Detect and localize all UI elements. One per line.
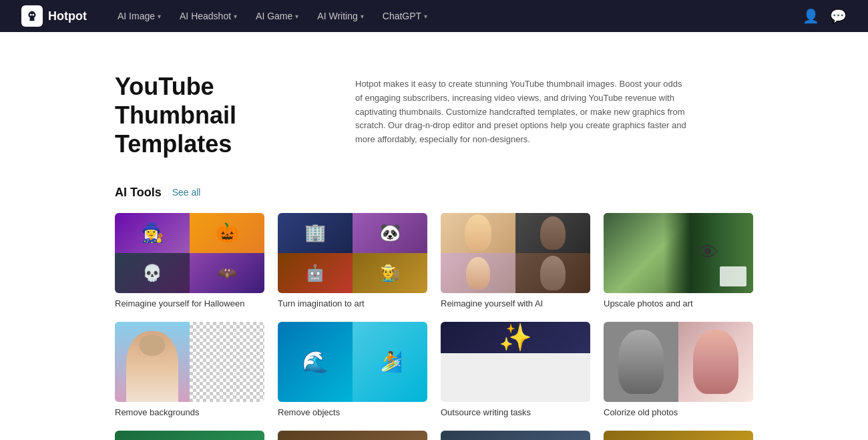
tool-img-writing: ✨ [441, 322, 590, 402]
bw-photo-right [678, 322, 753, 402]
upscale-bg: 👁 [604, 213, 753, 293]
tool-img-objects: 🌊 🏄 [278, 322, 427, 402]
wave-img-right: 🏄 [353, 322, 427, 402]
tool-label-art: Turn imagination to art [278, 298, 427, 308]
logo-icon [21, 5, 43, 27]
chevron-down-icon: ▾ [361, 13, 364, 20]
nav-item-ai-writing[interactable]: AI Writing ▾ [308, 0, 373, 32]
tool-card-art[interactable]: 🏢 🐼 🤖 👨‍🌾 Turn imagination to art [278, 213, 427, 308]
chevron-down-icon: ▾ [295, 13, 298, 20]
tool-label-upscale: Upscale photos and art [604, 298, 753, 308]
tool-label-headshots: Reimagine yourself with AI [441, 298, 590, 308]
nav-items: AI Image ▾ AI Headshot ▾ AI Game ▾ AI Wr… [108, 0, 797, 32]
tool-card-headshots[interactable]: Reimagine yourself with AI [441, 213, 590, 308]
chevron-down-icon: ▾ [424, 13, 427, 20]
tool-card-halloween[interactable]: 🧙‍♀️ 🎃 💀 🦇 Reimagine yourself for Hallow… [115, 213, 264, 308]
tool-card-colorize[interactable]: Colorize old photos [604, 322, 753, 417]
tool-label-bg-remove: Remove backgrounds [115, 407, 264, 417]
tool-card-writing[interactable]: ✨ Outsource writing tasks [441, 322, 590, 417]
nav-item-ai-game[interactable]: AI Game ▾ [246, 0, 308, 32]
hero-description: Hotpot makes it easy to create stunning … [355, 72, 689, 147]
tools-grid-bottom: 🎨 🦋 🌍 ⭐ [115, 431, 753, 440]
tool-img-partial-3: 🌍 [441, 431, 590, 440]
chevron-down-icon: ▾ [234, 13, 237, 20]
bg-remove-transparent [190, 322, 264, 402]
user-icon[interactable]: 👤 [803, 8, 819, 24]
tools-section: AI Tools See all 🧙‍♀️ 🎃 💀 🦇 Reimagine yo… [0, 186, 868, 440]
page-title: YouTube Thumbnail Templates [115, 72, 302, 159]
wave-img-left: 🌊 [278, 322, 353, 402]
tool-label-colorize: Colorize old photos [604, 407, 753, 417]
sparkle-bg: ✨ [441, 322, 590, 353]
tool-label-halloween: Reimagine yourself for Halloween [115, 298, 264, 308]
tools-header: AI Tools See all [115, 186, 753, 200]
tool-card-upscale[interactable]: 👁 Upscale photos and art [604, 213, 753, 308]
logo[interactable]: Hotpot [21, 5, 87, 27]
tool-card-bg-remove[interactable]: Remove backgrounds [115, 322, 264, 417]
nav-item-ai-headshot[interactable]: AI Headshot ▾ [170, 0, 246, 32]
tool-img-partial-4: ⭐ [604, 431, 753, 440]
svg-point-0 [30, 14, 32, 16]
tool-img-bg-remove [115, 322, 264, 402]
nav-item-ai-image[interactable]: AI Image ▾ [108, 0, 170, 32]
tool-img-colorize [604, 322, 753, 402]
tool-img-headshots [441, 213, 590, 293]
logo-text: Hotpot [48, 9, 87, 23]
tool-label-writing: Outsource writing tasks [441, 407, 590, 417]
tool-img-halloween: 🧙‍♀️ 🎃 💀 🦇 [115, 213, 264, 293]
nav-item-chatgpt[interactable]: ChatGPT ▾ [373, 0, 437, 32]
hero-left: YouTube Thumbnail Templates [115, 72, 302, 159]
tool-card-partial-4[interactable]: ⭐ [604, 431, 753, 440]
tool-img-art: 🏢 🐼 🤖 👨‍🌾 [278, 213, 427, 293]
bg-remove-container [115, 322, 264, 402]
tool-img-partial-1: 🎨 [115, 431, 264, 440]
tool-card-partial-3[interactable]: 🌍 [441, 431, 590, 440]
navbar: Hotpot AI Image ▾ AI Headshot ▾ AI Game … [0, 0, 868, 32]
upscale-preview-box [720, 266, 746, 286]
bw-photo-left [604, 322, 678, 402]
tool-label-objects: Remove objects [278, 407, 427, 417]
tool-card-partial-2[interactable]: 🦋 [278, 431, 427, 440]
tools-section-title: AI Tools [115, 186, 162, 200]
tool-card-objects[interactable]: 🌊 🏄 Remove objects [278, 322, 427, 417]
hero-section: YouTube Thumbnail Templates Hotpot makes… [0, 32, 868, 186]
svg-point-1 [32, 14, 34, 16]
see-all-link[interactable]: See all [172, 187, 201, 198]
tool-img-partial-2: 🦋 [278, 431, 427, 440]
bg-remove-photo [115, 322, 190, 402]
tool-img-upscale: 👁 [604, 213, 753, 293]
chevron-down-icon: ▾ [158, 13, 161, 20]
tool-card-partial-1[interactable]: 🎨 [115, 431, 264, 440]
chat-icon[interactable]: 💬 [830, 8, 847, 24]
nav-right: 👤 💬 [803, 8, 847, 24]
tools-grid: 🧙‍♀️ 🎃 💀 🦇 Reimagine yourself for Hallow… [115, 213, 753, 417]
